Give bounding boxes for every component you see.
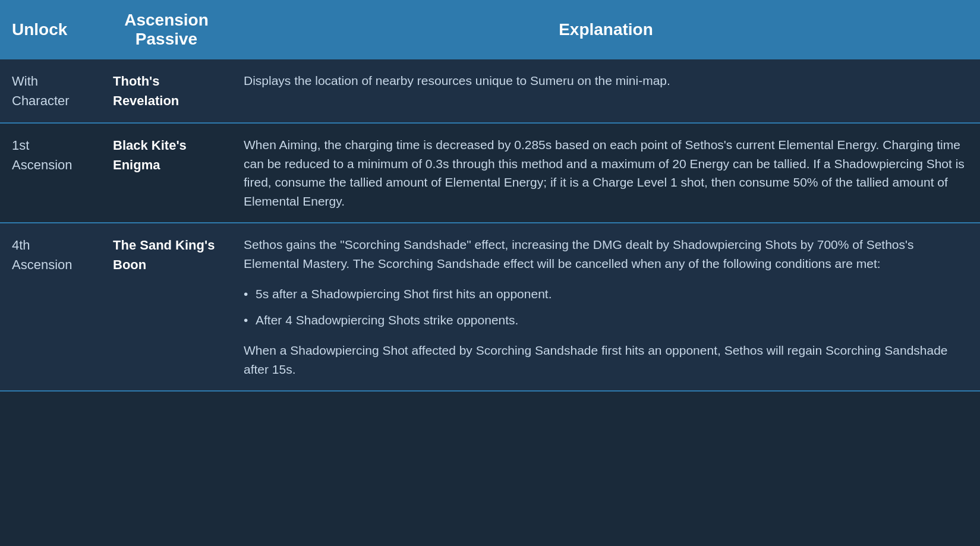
table-row: 4th AscensionThe Sand King's BoonSethos … [0,223,980,391]
passive-name: The Sand King's Boon [113,238,215,272]
explanation-text: When Aiming, the charging time is decrea… [244,135,968,210]
explanation-cell: Displays the location of nearby resource… [232,59,980,123]
header-explanation: Explanation [232,0,980,59]
passive-name: Thoth's Revelation [113,74,179,108]
table-header-row: Unlock Ascension Passive Explanation [0,0,980,59]
header-passive: Ascension Passive [101,0,232,59]
explanation-cell: Sethos gains the "Scorching Sandshade" e… [232,223,980,391]
passive-name-cell: Black Kite's Enigma [101,123,232,223]
table-row: 1st AscensionBlack Kite's EnigmaWhen Aim… [0,123,980,223]
header-unlock: Unlock [0,0,101,59]
bullet-list: 5s after a Shadowpiercing Shot first hit… [244,281,968,333]
table-row: With CharacterThoth's RevelationDisplays… [0,59,980,123]
list-item: After 4 Shadowpiercing Shots strike oppo… [244,307,968,333]
list-item: 5s after a Shadowpiercing Shot first hit… [244,281,968,307]
unlock-cell: 1st Ascension [0,123,101,223]
passive-name-cell: The Sand King's Boon [101,223,232,391]
unlock-cell: 4th Ascension [0,223,101,391]
passive-name-cell: Thoth's Revelation [101,59,232,123]
explanation-cell: When Aiming, the charging time is decrea… [232,123,980,223]
explanation-text: Sethos gains the "Scorching Sandshade" e… [244,235,968,273]
passives-table: Unlock Ascension Passive Explanation Wit… [0,0,980,392]
unlock-cell: With Character [0,59,101,123]
explanation-text: Displays the location of nearby resource… [244,71,968,90]
passive-name: Black Kite's Enigma [113,138,187,172]
extra-explanation-text: When a Shadowpiercing Shot affected by S… [244,341,968,378]
